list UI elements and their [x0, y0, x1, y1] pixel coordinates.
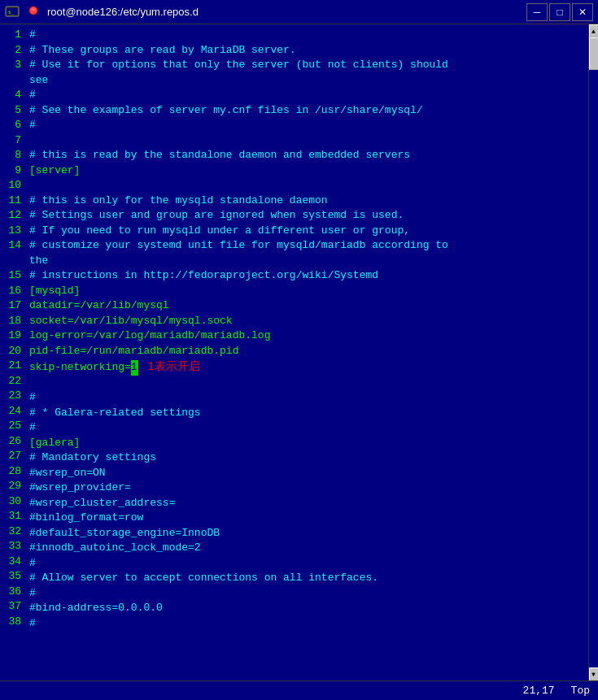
ln-3: 3 [2, 58, 21, 73]
code-line-38: # [29, 616, 583, 632]
code-line-16: [mysqld] [29, 284, 583, 299]
ln-37: 37 [2, 599, 21, 615]
ln-4: 4 [2, 88, 21, 103]
code-line-10 [29, 178, 583, 193]
code-line-34: # [29, 556, 583, 572]
code-line-37: #bind-address=0.0.0.0 [29, 601, 583, 616]
ln-35: 35 [2, 569, 21, 585]
code-line-21: skip-networking=11表示开启 [29, 359, 583, 376]
status-bar: 21,17 Top [0, 680, 598, 700]
title-bar: $_ root@node126:/etc/yum.repos.d ─ □ ✕ [0, 0, 598, 24]
code-line-4: # [29, 88, 583, 103]
ln-25: 25 [2, 419, 21, 434]
window-controls: ─ □ ✕ [526, 3, 593, 21]
code-line-35: # Allow server to accept connections on … [29, 571, 583, 586]
ln-3b [2, 73, 21, 89]
ln-26: 26 [2, 434, 21, 450]
code-line-17: datadir=/var/lib/mysql [29, 298, 583, 314]
ln-8: 8 [2, 148, 21, 163]
ln-27: 27 [2, 449, 21, 464]
code-line-23: # [29, 390, 583, 406]
ln-34: 34 [2, 554, 21, 570]
ln-36: 36 [2, 585, 21, 600]
ln-18: 18 [2, 314, 21, 329]
code-line-19: log-error=/var/log/mariadb/mariadb.log [29, 328, 583, 344]
code-line-26: [galera] [29, 436, 583, 451]
ln-38: 38 [2, 615, 21, 630]
scroll-position: Top [571, 685, 590, 697]
code-line-22 [29, 376, 583, 391]
ln-6: 6 [2, 118, 21, 133]
ln-2: 2 [2, 43, 21, 59]
ln-17: 17 [2, 298, 21, 314]
vertical-scrollbar[interactable]: ▲ ▼ [588, 24, 598, 680]
code-line-14: # customize your systemd unit file for m… [29, 238, 583, 254]
ln-24: 24 [2, 404, 21, 420]
ln-9: 9 [2, 163, 21, 179]
code-line-11: # this is only for the mysqld standalone… [29, 193, 583, 209]
code-line-28: #wsrep_on=ON [29, 466, 583, 481]
scroll-thumb[interactable] [589, 37, 599, 70]
code-line-2: # These groups are read by MariaDB serve… [29, 43, 583, 59]
code-line-6: # [29, 118, 583, 133]
code-line-27: # Mandatory settings [29, 450, 583, 466]
app-icon: $_ [5, 5, 20, 20]
ln-14: 14 [2, 238, 21, 254]
code-line-30: #wsrep_cluster_address= [29, 496, 583, 511]
ln-11: 11 [2, 193, 21, 209]
code-line-9: [server] [29, 163, 583, 179]
close-button[interactable]: ✕ [572, 3, 593, 21]
ln-10: 10 [2, 178, 21, 193]
ln-21: 21 [2, 359, 21, 374]
minimize-button[interactable]: ─ [526, 3, 548, 21]
cursor: 1 [131, 360, 138, 376]
code-line-18: socket=/var/lib/mysql/mysql.sock [29, 314, 583, 329]
code-line-33: #innodb_autoinc_lock_mode=2 [29, 541, 583, 556]
code-line-25: # [29, 420, 583, 436]
code-line-13: # If you need to run mysqld under a diff… [29, 224, 583, 239]
code-line-14b: the [29, 254, 583, 269]
ln-32: 32 [2, 524, 21, 540]
ln-7: 7 [2, 133, 21, 149]
ln-30: 30 [2, 494, 21, 510]
annotation-line-21: 1表示开启 [148, 359, 200, 372]
ln-20: 20 [2, 344, 21, 359]
code-line-36: # [29, 586, 583, 602]
cursor-position: 21,17 [523, 685, 555, 697]
scroll-up-button[interactable]: ▲ [589, 24, 599, 37]
ln-28: 28 [2, 464, 21, 480]
code-line-3: # Use it for options that only the serve… [29, 58, 583, 73]
code-line-3b: see [29, 73, 583, 89]
bell-icon [24, 3, 42, 21]
ln-15: 15 [2, 268, 21, 284]
ln-12: 12 [2, 208, 21, 224]
code-line-24: # * Galera-related settings [29, 406, 583, 421]
maximize-button[interactable]: □ [549, 3, 570, 21]
code-line-7 [29, 133, 583, 149]
code-line-29: #wsrep_provider= [29, 480, 583, 496]
code-line-32: #default_storage_engine=InnoDB [29, 526, 583, 541]
scroll-down-button[interactable]: ▼ [589, 667, 599, 680]
ln-22: 22 [2, 374, 21, 389]
ln-29: 29 [2, 479, 21, 494]
scroll-track [589, 37, 599, 667]
code-line-20: pid-file=/run/mariadb/mariadb.pid [29, 344, 583, 359]
ln-13: 13 [2, 224, 21, 239]
ln-14b [2, 254, 21, 269]
code-editor[interactable]: # # These groups are read by MariaDB ser… [24, 24, 588, 680]
ln-23: 23 [2, 389, 21, 404]
ln-5: 5 [2, 103, 21, 119]
svg-text:$_: $_ [8, 9, 15, 15]
code-line-31: #binlog_format=row [29, 511, 583, 526]
window-title: root@node126:/etc/yum.repos.d [47, 6, 526, 18]
code-line-15: # instructions in http://fedoraproject.o… [29, 268, 583, 284]
line-numbers: 1 2 3 4 5 6 7 8 9 10 11 12 13 14 15 16 1… [0, 24, 24, 680]
code-line-12: # Settings user and group are ignored wh… [29, 208, 583, 224]
ln-31: 31 [2, 509, 21, 524]
ln-16: 16 [2, 284, 21, 299]
ln-33: 33 [2, 539, 21, 554]
ln-19: 19 [2, 328, 21, 344]
code-line-1: # [29, 28, 583, 43]
editor-container: 1 2 3 4 5 6 7 8 9 10 11 12 13 14 15 16 1… [0, 24, 598, 680]
code-line-5: # See the examples of server my.cnf file… [29, 103, 583, 119]
